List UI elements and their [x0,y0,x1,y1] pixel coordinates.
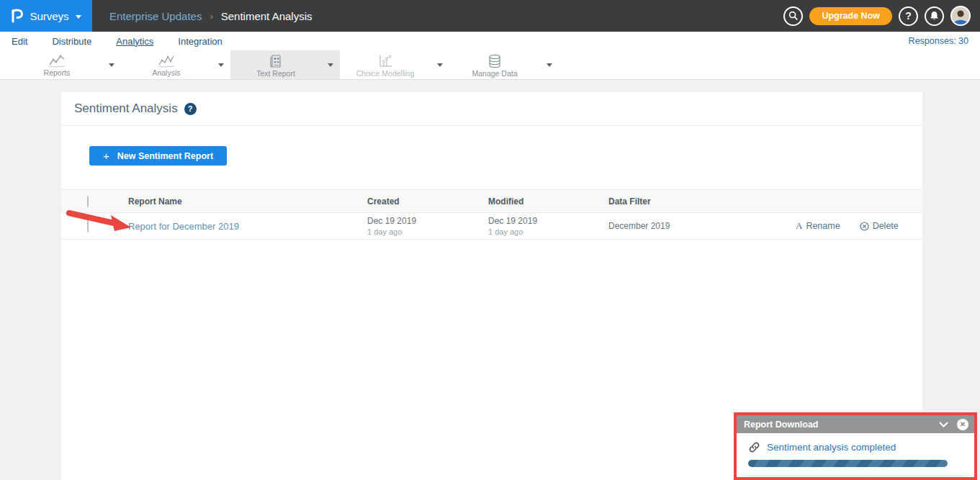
collapse-panel-button[interactable] [939,422,948,427]
download-result-link[interactable]: Sentiment analysis completed [767,442,896,453]
created-relative: 1 day ago [367,227,488,236]
avatar-photo [952,7,969,24]
manage-data-dropdown-button[interactable] [540,50,559,79]
toolbar-item-choice-modelling[interactable]: Choice Modelling [340,50,449,79]
questionpro-logo-icon [11,9,23,23]
card-header: Sentiment Analysis ? [61,92,922,126]
toolbar-item-choice-modelling-main: Choice Modelling [340,50,431,79]
analysis-dropdown-button[interactable] [212,50,230,79]
select-all-checkbox[interactable] [87,196,89,207]
new-sentiment-report-button[interactable]: + New Sentiment Report [89,146,227,166]
report-download-panel: Report Download ✕ Sentiment analysis com… [734,412,977,480]
nav-item-integration[interactable]: Integration [178,36,222,47]
toolbar-item-analysis-main: Analysis [121,50,212,79]
toolbar-item-reports-main: Reports [12,50,102,79]
question-mark-icon: ? [905,10,912,22]
reports-table: Report Name Created Modified Data Filter… [61,189,922,240]
line-chart-icon [48,54,66,68]
nav-item-analytics[interactable]: Analytics [116,36,153,47]
nav-item-distribute[interactable]: Distribute [52,36,91,47]
toolbar-item-reports[interactable]: Reports [12,50,121,79]
new-sentiment-report-label: New Sentiment Report [117,151,213,161]
report-name-link[interactable]: Report for December 2019 [128,221,239,232]
modified-relative: 1 day ago [488,227,608,236]
rename-label: Rename [806,221,840,231]
toolbar-item-text-report[interactable]: Text Report [230,50,340,79]
rename-letter-icon: A [796,220,802,232]
toolbar-item-manage-data[interactable]: Manage Data [449,50,559,79]
breadcrumb-parent[interactable]: Enterprise Updates [109,10,202,22]
chevron-down-icon [939,422,948,427]
app-root: Surveys Enterprise Updates › Sentiment A… [0,0,980,480]
row-checkbox[interactable] [87,219,89,232]
modified-date: Dec 19 2019 [488,216,608,227]
plus-icon: + [103,150,109,161]
report-document-icon [267,54,284,68]
chevron-down-icon [109,63,114,67]
notifications-button[interactable] [925,6,944,26]
responses-count: Responses: 30 [909,36,968,46]
breadcrumb-current: Sentiment Analysis [221,10,313,22]
toolbar-item-label: Analysis [152,68,180,77]
upgrade-now-button[interactable]: Upgrade Now [809,7,892,25]
chevron-down-icon [218,63,224,67]
progress-bar [748,460,948,467]
bell-icon [930,11,939,21]
report-download-header: Report Download ✕ [737,415,974,433]
chevron-down-icon [437,63,443,67]
header-actions: Upgrade Now ? [783,6,980,26]
nav-item-edit[interactable]: Edit [12,36,27,47]
close-panel-button[interactable]: ✕ [957,419,968,430]
column-header-data-filter: Data Filter [608,196,796,207]
survey-section-nav: Edit Distribute Analytics Integration Re… [0,32,980,50]
panel-divider [748,476,963,476]
created-date: Dec 19 2019 [367,216,488,227]
search-button[interactable] [783,6,803,26]
chevron-down-icon [76,15,81,19]
product-name: Surveys [30,10,68,22]
row-actions: A Rename Delete [796,220,940,232]
reports-dropdown-button[interactable] [102,50,121,79]
table-row: Report for December 2019 Dec 19 2019 1 d… [61,213,922,240]
page-help-icon[interactable]: ? [184,103,197,115]
close-icon: ✕ [960,421,966,428]
delete-circle-x-icon [860,222,869,231]
page-title: Sentiment Analysis [74,101,178,116]
breadcrumb: Enterprise Updates › Sentiment Analysis [109,10,312,22]
rename-button[interactable]: A Rename [796,220,840,232]
search-icon [788,11,799,21]
column-header-report-name: Report Name [128,196,367,207]
toolbar-item-manage-data-main: Manage Data [449,50,540,79]
chevron-down-icon [328,63,333,67]
surveys-product-menu[interactable]: Surveys [0,0,92,32]
toolbar-item-label: Choice Modelling [356,69,415,78]
help-button[interactable]: ? [899,6,918,26]
chevron-down-icon [547,63,552,67]
avatar[interactable] [950,6,971,26]
column-header-created: Created [367,196,488,207]
report-download-body: Sentiment analysis completed [737,433,974,476]
toolbar-item-label: Reports [44,68,71,77]
link-icon [748,441,760,453]
toolbar-item-analysis[interactable]: Analysis [121,50,230,79]
toolbar-item-text-report-main: Text Report [230,50,321,79]
text-report-dropdown-button[interactable] [321,50,340,79]
scatter-chart-icon [377,54,394,68]
database-icon [487,54,503,68]
top-header: Surveys Enterprise Updates › Sentiment A… [0,0,980,32]
toolbar-item-label: Manage Data [472,69,517,78]
delete-button[interactable]: Delete [860,220,899,232]
choice-modelling-dropdown-button[interactable] [431,50,449,79]
breadcrumb-separator: › [210,11,212,22]
delete-label: Delete [873,221,899,231]
toolbar-item-label: Text Report [256,69,295,78]
analytics-toolbar: Reports Analysis [0,50,980,80]
column-header-modified: Modified [488,196,608,207]
table-header-row: Report Name Created Modified Data Filter [61,189,922,213]
report-download-title: Report Download [744,420,930,430]
trend-chart-icon [157,54,176,68]
data-filter-value: December 2019 [608,221,796,232]
